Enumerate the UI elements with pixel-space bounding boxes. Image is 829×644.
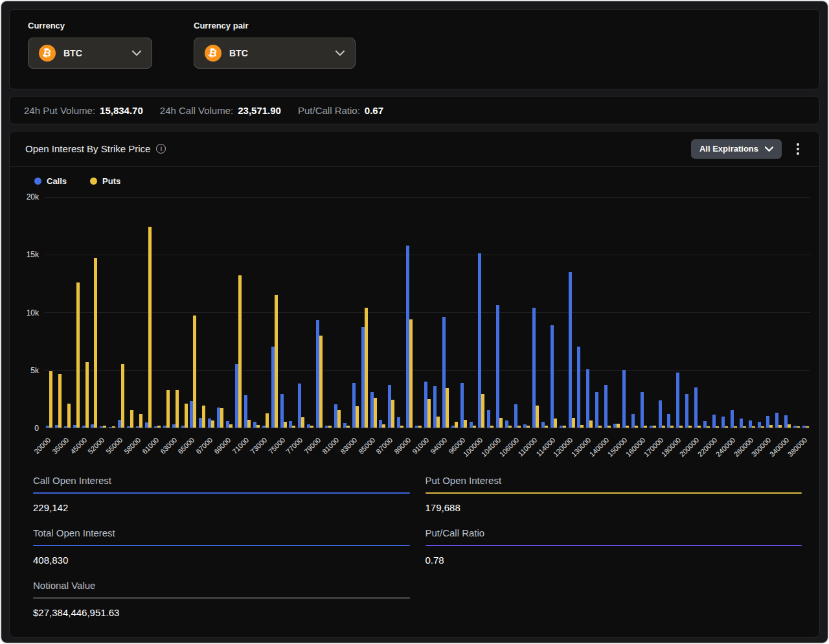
bar-group[interactable] <box>702 197 711 428</box>
bar-group[interactable] <box>630 197 639 428</box>
bar-group[interactable] <box>648 197 657 428</box>
put-call-ratio-label: Put/Call Ratio: <box>298 105 360 116</box>
bar-group[interactable] <box>288 197 297 428</box>
bar-group[interactable] <box>441 197 450 428</box>
call-bar <box>604 385 608 428</box>
bar-group[interactable] <box>756 197 766 428</box>
bar-group[interactable] <box>135 197 144 428</box>
bar-group[interactable] <box>468 197 477 428</box>
bar-group[interactable] <box>243 197 252 428</box>
bar-group[interactable] <box>693 197 702 428</box>
bar-group[interactable] <box>639 197 648 428</box>
bar-group[interactable] <box>198 197 207 428</box>
bar-group[interactable] <box>117 197 126 428</box>
put-bar <box>130 410 133 428</box>
bar-group[interactable] <box>567 197 576 428</box>
bar-group[interactable] <box>351 197 360 428</box>
bar-group[interactable] <box>774 197 783 428</box>
bar-group[interactable] <box>684 197 693 428</box>
expirations-dropdown[interactable]: All Expirations <box>691 139 782 159</box>
call-bar <box>731 410 734 428</box>
put-bar <box>220 408 223 428</box>
bar-group[interactable] <box>513 197 522 428</box>
kebab-menu-icon[interactable] <box>792 142 804 156</box>
bar-group[interactable] <box>333 197 342 428</box>
info-icon[interactable] <box>156 144 166 154</box>
bar-group[interactable] <box>729 197 738 428</box>
bar-group[interactable] <box>504 197 513 428</box>
bar-group[interactable] <box>423 197 432 428</box>
bar-group[interactable] <box>261 197 270 428</box>
bar-group[interactable] <box>378 197 387 428</box>
bar-group[interactable] <box>711 197 720 428</box>
bar-group[interactable] <box>144 197 153 428</box>
bar-group[interactable] <box>369 197 378 428</box>
bar-group[interactable] <box>666 197 676 428</box>
bar-group[interactable] <box>234 197 243 428</box>
legend-puts[interactable]: Puts <box>90 176 120 186</box>
bar-group[interactable] <box>594 197 603 428</box>
bar-group[interactable] <box>801 197 810 428</box>
bar-group[interactable] <box>342 197 351 428</box>
bar-group[interactable] <box>126 197 135 428</box>
bar-group[interactable] <box>540 197 549 428</box>
put-bar <box>662 426 665 428</box>
bar-group[interactable] <box>558 197 567 428</box>
bar-group[interactable] <box>315 197 324 428</box>
bar-group[interactable] <box>432 197 441 428</box>
call-bar <box>659 400 662 428</box>
bar-group[interactable] <box>621 197 630 428</box>
bar-group[interactable] <box>189 197 198 428</box>
bar-group[interactable] <box>108 197 117 428</box>
bar-group[interactable] <box>171 197 180 428</box>
bar-group[interactable] <box>450 197 459 428</box>
bar-group[interactable] <box>63 197 72 428</box>
put-bar <box>176 390 179 428</box>
bar-group[interactable] <box>72 197 81 428</box>
bar-group[interactable] <box>297 197 306 428</box>
bar-group[interactable] <box>207 197 216 428</box>
currency-pair-select[interactable]: ₿ BTC <box>194 38 356 69</box>
legend-calls[interactable]: Calls <box>34 176 67 186</box>
bar-group[interactable] <box>459 197 468 428</box>
bar-group[interactable] <box>162 197 171 428</box>
bar-group[interactable] <box>153 197 162 428</box>
bar-group[interactable] <box>747 197 756 428</box>
bar-group[interactable] <box>405 197 414 428</box>
bar-group[interactable] <box>522 197 531 428</box>
bar-group[interactable] <box>585 197 594 428</box>
bar-group[interactable] <box>279 197 288 428</box>
bar-group[interactable] <box>675 197 684 428</box>
bar-group[interactable] <box>81 197 90 428</box>
bar-group[interactable] <box>477 197 486 428</box>
bar-group[interactable] <box>612 197 621 428</box>
bar-group[interactable] <box>387 197 396 428</box>
bar-group[interactable] <box>45 197 54 428</box>
bar-group[interactable] <box>180 197 189 428</box>
bar-group[interactable] <box>216 197 225 428</box>
bar-group[interactable] <box>531 197 540 428</box>
bar-group[interactable] <box>549 197 558 428</box>
bar-group[interactable] <box>270 197 279 428</box>
bar-group[interactable] <box>396 197 405 428</box>
bar-group[interactable] <box>766 197 775 428</box>
bar-group[interactable] <box>90 197 99 428</box>
bar-group[interactable] <box>720 197 729 428</box>
bar-group[interactable] <box>792 197 801 428</box>
bar-group[interactable] <box>495 197 504 428</box>
bar-group[interactable] <box>54 197 63 428</box>
bar-group[interactable] <box>783 197 792 428</box>
bar-group[interactable] <box>324 197 333 428</box>
bar-group[interactable] <box>306 197 315 428</box>
bar-group[interactable] <box>657 197 666 428</box>
currency-select[interactable]: ₿ BTC <box>28 38 152 69</box>
bar-group[interactable] <box>576 197 585 428</box>
bar-group[interactable] <box>603 197 612 428</box>
bar-group[interactable] <box>252 197 261 428</box>
bar-group[interactable] <box>414 197 423 428</box>
bar-group[interactable] <box>738 197 747 428</box>
bar-group[interactable] <box>486 197 495 428</box>
bar-group[interactable] <box>360 197 369 428</box>
bar-group[interactable] <box>98 197 108 428</box>
bar-group[interactable] <box>225 197 234 428</box>
